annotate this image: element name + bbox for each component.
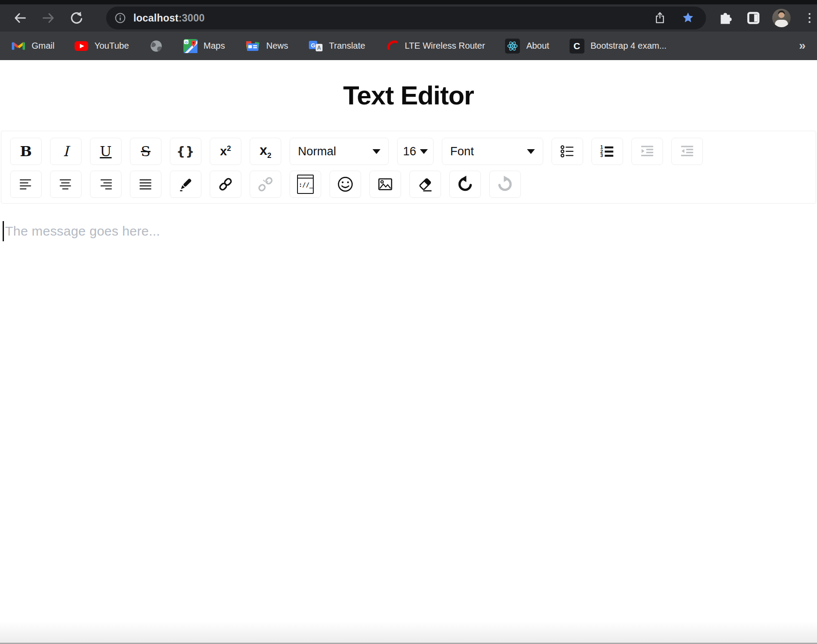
remove-link-button[interactable]: [250, 171, 281, 198]
c-letter: C: [573, 41, 580, 51]
italic-button[interactable]: I: [50, 138, 82, 165]
window-top-edge: [0, 0, 817, 4]
color-pen-icon: [177, 176, 194, 193]
side-panel-button[interactable]: [744, 8, 763, 28]
page-info-icon: [114, 12, 126, 24]
ordered-list-button[interactable]: 123: [591, 138, 623, 165]
bookmark-gmail[interactable]: Gmail: [11, 40, 54, 52]
window-bottom-edge: [0, 621, 817, 644]
justify-button[interactable]: [130, 171, 161, 198]
redo-icon: [496, 175, 514, 193]
youtube-icon: [75, 41, 88, 51]
undo-icon: [456, 175, 474, 193]
profile-button[interactable]: [772, 8, 791, 28]
align-left-button[interactable]: [10, 171, 42, 198]
forward-icon: [41, 11, 56, 25]
page-title: Text Editor: [0, 80, 817, 111]
bookmark-label: Bootstrap 4 exam...: [591, 41, 666, 51]
bookmark-globe[interactable]: [149, 39, 163, 53]
image-icon: [376, 175, 394, 193]
text-color-button[interactable]: [170, 171, 201, 198]
svg-text:3: 3: [600, 153, 603, 158]
ordered-list-icon: 123: [599, 143, 616, 160]
bookmark-bootstrap-example[interactable]: C Bootstrap 4 exam...: [570, 39, 666, 54]
code-block-button[interactable]: {}: [170, 138, 201, 165]
airtel-swoosh-icon: [385, 39, 398, 53]
outdent-button[interactable]: [671, 138, 703, 165]
side-panel-icon: [746, 11, 760, 25]
chevron-down-icon: [527, 149, 535, 154]
browser-nav-bar: localhost:3000: [0, 4, 817, 32]
embed-code-button[interactable]: ://_: [290, 171, 321, 198]
indent-icon: [639, 143, 656, 160]
chrome-right-cluster: [716, 8, 817, 28]
back-icon: [13, 11, 28, 25]
editor-toolbar: B I U S {} x2 x2 Normal 16 Font: [1, 131, 816, 204]
url-text: localhost:3000: [133, 12, 652, 24]
url-port: :3000: [179, 12, 205, 24]
bookmark-youtube[interactable]: YouTube: [75, 41, 129, 51]
bookmarks-bar: Gmail YouTube G Maps News GA Translate L…: [0, 32, 817, 60]
profile-avatar: [772, 9, 791, 27]
bookmark-label: Gmail: [32, 41, 54, 51]
google-news-icon: [245, 39, 260, 53]
align-center-button[interactable]: [50, 171, 82, 198]
gmail-icon: [11, 40, 25, 52]
maps-g-letter: G: [185, 40, 187, 44]
bookmark-news[interactable]: News: [245, 39, 288, 53]
paragraph-style-select[interactable]: Normal: [290, 138, 389, 165]
forward-button[interactable]: [39, 8, 58, 28]
bookmark-star-button[interactable]: [680, 8, 696, 28]
bold-button[interactable]: B: [10, 138, 42, 165]
translate-g-letter: G: [311, 42, 315, 48]
clear-formatting-button[interactable]: [409, 171, 441, 198]
react-atom-icon: [505, 39, 520, 54]
outdent-icon: [679, 143, 695, 160]
chevron-down-icon: [373, 149, 380, 154]
bookmark-translate[interactable]: GA Translate: [308, 39, 366, 53]
bookmark-label: About: [526, 41, 549, 51]
text-editor-app: Text Editor B I U S {} x2 x2 Normal 16 F…: [0, 80, 817, 616]
underline-button[interactable]: U: [90, 138, 122, 165]
back-button[interactable]: [11, 8, 30, 28]
justify-icon: [137, 176, 154, 193]
align-center-icon: [57, 176, 74, 193]
menu-button[interactable]: [800, 8, 817, 28]
insert-image-button[interactable]: [369, 171, 401, 198]
font-family-select[interactable]: Font: [442, 138, 543, 165]
bookmarks-overflow-chevron[interactable]: »: [799, 39, 806, 53]
bookmark-label: YouTube: [94, 41, 129, 51]
subscript-button[interactable]: x2: [250, 138, 281, 165]
bookmark-label: News: [266, 41, 288, 51]
editor-content-area[interactable]: The message goes here...: [0, 204, 817, 616]
extensions-puzzle-icon: [719, 11, 732, 25]
eraser-icon: [416, 175, 434, 193]
bullet-list-button[interactable]: [552, 138, 583, 165]
google-maps-icon: G: [183, 39, 197, 53]
chevron-down-icon: [420, 149, 428, 154]
text-cursor: [3, 221, 4, 241]
address-bar[interactable]: localhost:3000: [106, 7, 706, 29]
insert-link-button[interactable]: [210, 171, 241, 198]
link-icon: [217, 176, 234, 193]
share-button[interactable]: [652, 8, 668, 28]
indent-button[interactable]: [631, 138, 663, 165]
extensions-button[interactable]: [716, 8, 735, 28]
align-right-button[interactable]: [90, 171, 122, 198]
editor-placeholder: The message goes here...: [5, 224, 160, 238]
align-right-icon: [97, 176, 114, 193]
toolbar-row-2: ://_: [10, 171, 807, 198]
reload-button[interactable]: [67, 8, 86, 28]
superscript-button[interactable]: x2: [210, 138, 241, 165]
bookmark-about[interactable]: About: [505, 39, 549, 54]
undo-button[interactable]: [449, 171, 481, 198]
reload-icon: [69, 11, 84, 25]
translate-a-letter: A: [317, 45, 321, 51]
google-translate-icon: GA: [308, 39, 323, 53]
strikethrough-button[interactable]: S: [130, 138, 161, 165]
bookmark-lte-router[interactable]: LTE Wireless Router: [385, 39, 485, 53]
redo-button[interactable]: [489, 171, 521, 198]
emoji-button[interactable]: [330, 171, 361, 198]
font-size-select[interactable]: 16: [397, 138, 434, 165]
bookmark-maps[interactable]: G Maps: [183, 39, 225, 53]
